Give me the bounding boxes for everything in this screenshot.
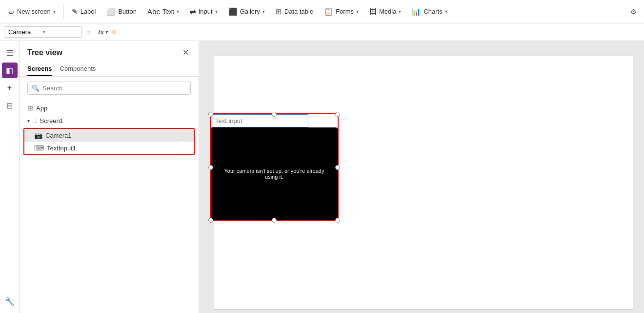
- media-icon: 🖼: [369, 7, 377, 16]
- formula-input[interactable]: [112, 28, 640, 36]
- tree-header: Tree view ✕: [20, 41, 199, 62]
- canvas-area[interactable]: Your camera isn't set up, or you're alre…: [199, 41, 644, 313]
- media-button[interactable]: 🖼 Media ▾: [364, 4, 406, 19]
- text-chevron-icon: ▾: [177, 9, 179, 14]
- handle-bottom-right: [335, 218, 340, 223]
- layers-icon-btn[interactable]: ◧: [2, 63, 18, 78]
- gallery-label: Gallery: [240, 8, 260, 15]
- data-icon-btn[interactable]: ⊟: [2, 98, 18, 113]
- menu-icon-btn[interactable]: ☰: [2, 45, 18, 61]
- button-label: Button: [118, 8, 137, 15]
- charts-icon: 📊: [412, 7, 421, 16]
- formula-bar: Camera ▾ = fx ▾: [0, 23, 644, 41]
- handle-top-right: [335, 112, 340, 117]
- charts-button[interactable]: 📊 Charts ▾: [407, 4, 452, 19]
- forms-icon: 📋: [324, 7, 333, 16]
- menu-icon: ☰: [6, 48, 13, 58]
- forms-chevron-icon: ▾: [356, 9, 359, 14]
- add-icon-btn[interactable]: +: [2, 80, 18, 96]
- search-input[interactable]: [42, 84, 186, 92]
- app-label: App: [36, 104, 191, 112]
- layers-icon: ◧: [6, 66, 13, 75]
- button-button[interactable]: ⬜ Button: [101, 4, 141, 19]
- media-label: Media: [379, 8, 396, 15]
- handle-bottom-left: [208, 218, 213, 223]
- gallery-chevron-icon: ▾: [262, 9, 265, 14]
- toolbar-separator-1: [63, 5, 64, 19]
- input-icon: ⇌: [190, 7, 196, 16]
- data-table-label: Data table: [284, 8, 313, 15]
- media-chevron-icon: ▾: [399, 9, 401, 14]
- text-button[interactable]: Abc Text ▾: [142, 4, 184, 19]
- screen1-chevron-icon: ▾: [27, 118, 30, 124]
- input-label: Input: [199, 8, 213, 15]
- input-button[interactable]: ⇌ Input ▾: [185, 4, 222, 19]
- property-dropdown[interactable]: Camera ▾: [4, 26, 82, 38]
- textinput-icon: ⌨: [34, 144, 44, 152]
- handles-container: Your camera isn't set up, or you're alre…: [211, 114, 338, 220]
- tree-close-button[interactable]: ✕: [181, 47, 191, 58]
- tree-selected-group: 📷 Camera1 ··· ⌨ TextInput1: [23, 128, 195, 155]
- label-label: Label: [80, 8, 96, 15]
- camera1-label: Camera1: [45, 132, 178, 139]
- tree-search-box[interactable]: 🔍: [27, 82, 191, 95]
- screen1-icon: □: [33, 117, 37, 125]
- handle-mid-right: [335, 165, 340, 170]
- textinput1-label: TextInput1: [47, 145, 186, 152]
- tab-screens[interactable]: Screens: [27, 62, 52, 76]
- tree-item-textinput1[interactable]: ⌨ TextInput1: [24, 142, 194, 154]
- gallery-icon: ⬛: [228, 7, 238, 16]
- property-dropdown-chevron: ▾: [43, 29, 78, 35]
- camera-component: Your camera isn't set up, or you're alre…: [211, 127, 338, 220]
- app-icon: ⊞: [27, 104, 33, 112]
- main-layout: ☰ ◧ + ⊟ 🔧 Tree view ✕ Screens Components…: [0, 41, 644, 313]
- fx-button[interactable]: fx ▾: [96, 28, 109, 36]
- charts-label: Charts: [423, 8, 442, 15]
- toolbar: ▱ New screen ▾ ✎ Label ⬜ Button Abc Text…: [0, 0, 644, 23]
- screen1-label: Screen1: [40, 117, 191, 125]
- tree-item-screen1[interactable]: ▾ □ Screen1: [20, 114, 199, 127]
- data-table-icon: ⊞: [276, 7, 282, 16]
- text-icon: Abc: [147, 7, 160, 16]
- new-screen-button[interactable]: ▱ New screen ▾: [4, 4, 60, 19]
- label-button[interactable]: ✎ Label: [67, 4, 101, 19]
- equals-sign: =: [85, 28, 93, 37]
- text-input-field[interactable]: [211, 114, 308, 127]
- property-dropdown-value: Camera: [8, 28, 43, 36]
- input-chevron-icon: ▾: [215, 9, 218, 14]
- new-screen-chevron-icon: ▾: [53, 9, 56, 14]
- fx-label: fx: [98, 28, 104, 36]
- canvas-inner: Your camera isn't set up, or you're alre…: [199, 41, 644, 313]
- data-icon: ⊟: [6, 101, 13, 110]
- forms-label: Forms: [336, 8, 354, 15]
- camera1-more-button[interactable]: ···: [181, 132, 186, 139]
- new-screen-label: New screen: [17, 8, 51, 15]
- forms-button[interactable]: 📋 Forms ▾: [319, 4, 363, 19]
- add-icon: +: [7, 83, 12, 92]
- tab-components[interactable]: Components: [60, 62, 96, 76]
- text-label: Text: [162, 8, 174, 15]
- tree-panel: Tree view ✕ Screens Components 🔍 ⊞ App ▾…: [20, 41, 199, 313]
- tree-content: ⊞ App ▾ □ Screen1 📷 Camera1 ··· ⌨: [20, 100, 199, 313]
- fx-chevron-icon: ▾: [105, 29, 107, 35]
- handle-bottom-center: [272, 218, 277, 223]
- handle-top-center: [272, 112, 277, 117]
- tree-item-app[interactable]: ⊞ App: [20, 102, 199, 114]
- canvas-selected-component-wrapper[interactable]: Your camera isn't set up, or you're alre…: [210, 113, 339, 221]
- handle-top-left: [208, 112, 213, 117]
- handle-mid-left: [208, 165, 213, 170]
- new-screen-icon: ▱: [9, 7, 15, 16]
- left-sidebar-icons: ☰ ◧ + ⊟ 🔧: [0, 41, 20, 313]
- tree-tabs: Screens Components: [20, 62, 199, 77]
- camera-message: Your camera isn't set up, or you're alre…: [211, 168, 338, 180]
- charts-chevron-icon: ▾: [445, 9, 447, 14]
- data-table-button[interactable]: ⊞ Data table: [271, 4, 318, 19]
- label-icon: ✎: [72, 7, 78, 16]
- tree-item-camera1[interactable]: 📷 Camera1 ···: [24, 129, 194, 142]
- gallery-button[interactable]: ⬛ Gallery ▾: [223, 4, 270, 19]
- search-icon: 🔍: [32, 84, 40, 92]
- camera-icon: 📷: [34, 131, 42, 139]
- bottom-icon-btn[interactable]: 🔧: [2, 293, 18, 309]
- tree-title: Tree view: [27, 48, 62, 57]
- settings-icon-btn[interactable]: ⚙: [626, 5, 640, 19]
